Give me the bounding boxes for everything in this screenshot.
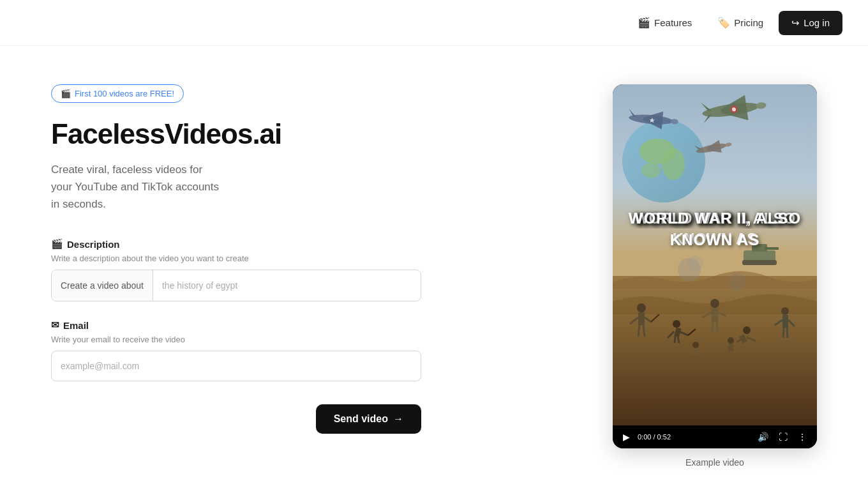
email-section: ✉ Email Write your email to receive the …	[51, 319, 421, 381]
email-hint: Write your email to receive the video	[51, 335, 421, 344]
play-button[interactable]: ▶	[620, 431, 632, 443]
badge-icon: 🎬	[61, 89, 71, 98]
svg-point-61	[688, 255, 703, 271]
svg-rect-25	[742, 260, 777, 265]
send-video-button[interactable]: Send video →	[316, 404, 421, 434]
svg-point-62	[728, 273, 746, 291]
right-panel: WORLD WAR II, ALSO KNOWN AS WORLD WAR II…	[613, 84, 817, 468]
login-label: Log in	[804, 17, 830, 28]
badge-text: First 100 videos are FREE!	[75, 89, 174, 98]
svg-rect-41	[712, 308, 718, 322]
svg-line-38	[678, 337, 679, 343]
email-label-row: ✉ Email	[51, 319, 421, 331]
subtitle-line3: in seconds.	[51, 198, 106, 210]
pricing-label: Pricing	[734, 17, 763, 28]
video-time: 0:00 / 0:52	[638, 433, 671, 441]
pricing-nav-link[interactable]: 🏷️ Pricing	[707, 11, 774, 34]
input-prefix-text: Create a video about	[52, 270, 153, 301]
description-label-row: 🎬 Description	[51, 238, 421, 250]
free-badge: 🎬 First 100 videos are FREE!	[51, 84, 184, 103]
video-caption: Example video	[685, 457, 744, 468]
pricing-icon: 🏷️	[717, 17, 730, 29]
current-time: 0:00	[638, 433, 651, 441]
email-input[interactable]	[51, 351, 421, 381]
more-options-button[interactable]: ⋮	[795, 431, 809, 443]
email-label-text: Email	[63, 320, 89, 331]
total-time: 0:52	[657, 433, 671, 441]
svg-line-37	[675, 337, 675, 343]
subtitle-line1: Create viral, faceless videos for	[51, 164, 202, 176]
video-container: WORLD WAR II, ALSO KNOWN AS WORLD WAR II…	[613, 84, 817, 448]
svg-point-33	[673, 320, 680, 328]
description-icon: 🎬	[51, 238, 63, 250]
video-illustration: WORLD WAR II, ALSO KNOWN AS WORLD WAR II…	[613, 84, 817, 425]
features-icon: 🎬	[638, 17, 650, 29]
navbar: 🎬 Features 🏷️ Pricing ↪ Log in	[0, 0, 868, 46]
left-panel: 🎬 First 100 videos are FREE! FacelessVid…	[51, 84, 447, 434]
page-subtitle: Create viral, faceless videos for your Y…	[51, 161, 421, 213]
svg-rect-59	[728, 344, 733, 351]
login-arrow-icon: ↪	[791, 17, 800, 29]
description-input[interactable]	[153, 270, 421, 301]
svg-rect-27	[638, 312, 645, 325]
svg-point-56	[692, 342, 699, 348]
svg-point-4	[641, 163, 661, 178]
svg-line-55	[787, 328, 788, 338]
email-icon: ✉	[51, 319, 59, 331]
page-title: FacelessVideos.ai	[51, 118, 421, 151]
svg-point-46	[743, 326, 751, 334]
svg-line-31	[643, 325, 645, 337]
svg-line-44	[712, 322, 713, 333]
fullscreen-button[interactable]: ⛶	[776, 431, 790, 443]
svg-text:KNOWN AS: KNOWN AS	[670, 231, 760, 248]
send-button-label: Send video	[334, 413, 388, 425]
svg-point-3	[662, 148, 685, 180]
login-button[interactable]: ↪ Log in	[779, 11, 842, 35]
svg-rect-51	[782, 315, 788, 328]
mute-button[interactable]: 🔊	[755, 431, 771, 443]
svg-line-45	[717, 322, 718, 333]
video-controls: ▶ 0:00 / 0:52 🔊 ⛶ ⋮	[613, 425, 817, 448]
svg-rect-24	[765, 247, 779, 250]
video-thumbnail: WORLD WAR II, ALSO KNOWN AS WORLD WAR II…	[613, 84, 817, 425]
send-arrow-icon: →	[393, 413, 403, 425]
svg-point-26	[637, 303, 646, 312]
svg-point-50	[781, 307, 789, 315]
svg-point-40	[710, 299, 719, 308]
description-label-text: Description	[67, 239, 120, 250]
features-nav-link[interactable]: 🎬 Features	[627, 11, 702, 34]
description-section: 🎬 Description Write a description about …	[51, 238, 421, 301]
description-input-combo: Create a video about	[51, 270, 421, 301]
subtitle-line2: your YouTube and TikTok accounts	[51, 181, 219, 193]
svg-line-54	[783, 328, 784, 338]
svg-text:WORLD WAR II, ALSO: WORLD WAR II, ALSO	[629, 210, 801, 227]
features-label: Features	[654, 17, 692, 28]
description-hint: Write a description about the video you …	[51, 254, 421, 263]
svg-point-58	[728, 337, 734, 344]
main-container: 🎬 First 100 videos are FREE! FacelessVid…	[0, 46, 868, 488]
svg-rect-57	[693, 348, 698, 355]
svg-line-30	[638, 325, 640, 337]
